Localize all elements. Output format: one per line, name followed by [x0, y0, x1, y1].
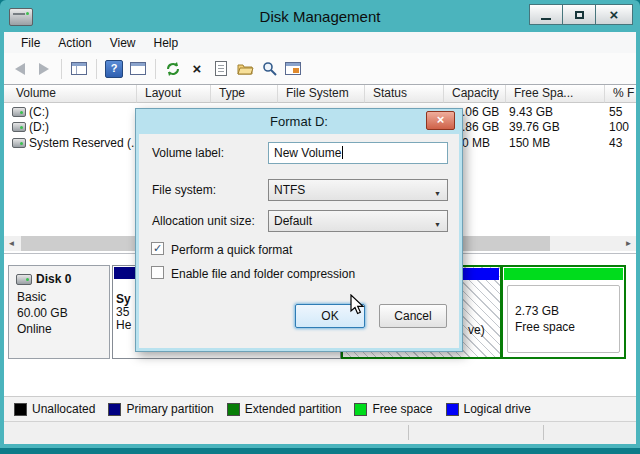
partition-text-fragment: He — [116, 318, 131, 332]
quick-format-checkbox[interactable]: ✓ — [151, 242, 164, 255]
dialog-title: Format D: — [136, 109, 462, 134]
open-folder-icon[interactable] — [236, 60, 254, 78]
volume-capacity: .06 GB — [462, 104, 499, 120]
mouse-cursor — [350, 294, 370, 316]
titlebar[interactable]: Disk Management × — [0, 0, 640, 32]
column-header-percent-free[interactable]: % F — [605, 85, 636, 103]
window-controls: × — [530, 4, 633, 25]
forward-icon[interactable] — [35, 60, 53, 78]
scroll-right-icon[interactable]: ► — [621, 236, 636, 251]
scroll-left-icon[interactable]: ◄ — [4, 236, 19, 251]
partition-text-fragment: ve) — [468, 323, 485, 337]
volume-label-input[interactable]: New Volume — [268, 142, 448, 164]
close-button[interactable]: × — [595, 4, 633, 25]
status-divider — [408, 425, 409, 440]
disk-status: Online — [17, 322, 52, 336]
dialog-close-button[interactable]: × — [426, 111, 455, 130]
refresh-icon[interactable] — [164, 60, 182, 78]
toolbar: ? × — [4, 53, 636, 85]
legend-item: Unallocated — [14, 402, 95, 416]
disk-type: Basic — [17, 290, 46, 304]
legend-label: Primary partition — [126, 402, 213, 416]
column-header-volume[interactable]: Volume — [4, 85, 137, 103]
toolbar-separator — [61, 59, 62, 79]
status-divider — [543, 425, 544, 440]
free-space-label: Free space — [515, 320, 575, 334]
back-icon[interactable] — [11, 60, 29, 78]
volume-free-space: 150 MB — [509, 135, 550, 151]
cancel-button[interactable]: Cancel — [379, 304, 447, 328]
help-icon[interactable]: ? — [105, 60, 123, 78]
file-system-select[interactable]: NTFS ▼ — [268, 179, 448, 201]
volume-drive-icon — [12, 107, 26, 117]
column-header-type[interactable]: Type — [211, 85, 278, 103]
status-bar — [4, 421, 636, 444]
volume-percent-free: 43 — [609, 135, 622, 151]
close-icon: × — [437, 112, 445, 127]
menu-action[interactable]: Action — [49, 36, 100, 50]
allocation-unit-select[interactable]: Default ▼ — [268, 210, 448, 232]
chevron-down-icon: ▼ — [434, 215, 441, 235]
disk-name: Disk 0 — [36, 272, 71, 286]
volume-label-label: Volume label: — [152, 146, 224, 160]
quick-format-label: Perform a quick format — [171, 243, 292, 257]
legend-label: Extended partition — [245, 402, 342, 416]
volume-name: (C:) — [29, 104, 49, 120]
disk-size: 60.00 GB — [17, 306, 68, 320]
volume-drive-icon — [12, 122, 26, 132]
legend-swatch-freespace — [354, 403, 367, 416]
legend-label: Free space — [372, 402, 432, 416]
volume-capacity: .86 GB — [462, 119, 499, 135]
maximize-button[interactable] — [562, 4, 596, 25]
free-space-bar — [504, 268, 623, 280]
legend-label: Logical drive — [464, 402, 531, 416]
chevron-down-icon: ▼ — [434, 184, 441, 204]
minimize-button[interactable] — [529, 4, 563, 25]
minimize-icon — [541, 18, 551, 20]
volume-free-space: 9.43 GB — [509, 104, 553, 120]
free-space-size: 2.73 GB — [515, 304, 559, 318]
allocation-unit-value: Default — [274, 214, 312, 228]
menu-file[interactable]: File — [12, 36, 49, 50]
legend-swatch-logical — [446, 403, 459, 416]
compression-label: Enable file and folder compression — [171, 267, 355, 281]
dialog-body: Volume label: New Volume File system: NT… — [139, 134, 459, 348]
disk-drive-icon — [9, 8, 33, 26]
allocation-unit-label: Allocation unit size: — [152, 214, 255, 228]
menu-help[interactable]: Help — [145, 36, 188, 50]
column-header-filesystem[interactable]: File System — [278, 85, 365, 103]
search-icon[interactable] — [260, 60, 278, 78]
volume-free-space: 39.76 GB — [509, 119, 560, 135]
menubar: File Action View Help — [4, 32, 636, 53]
close-icon: × — [610, 6, 619, 23]
legend-item: Extended partition — [227, 402, 342, 416]
menu-view[interactable]: View — [101, 36, 145, 50]
legend-swatch-unallocated — [14, 403, 27, 416]
console-tree-icon[interactable] — [70, 60, 88, 78]
volume-name: System Reserved (... — [29, 135, 141, 151]
back-arrow-icon — [15, 63, 25, 75]
column-header-layout[interactable]: Layout — [137, 85, 211, 103]
compression-checkbox[interactable] — [151, 266, 164, 279]
column-header-capacity[interactable]: Capacity — [444, 85, 506, 103]
check-icon: ✓ — [153, 242, 162, 254]
file-system-label: File system: — [152, 183, 216, 197]
properties-icon[interactable] — [212, 60, 230, 78]
legend-bar: Unallocated Primary partition Extended p… — [4, 396, 636, 421]
format-dialog: Format D: × Volume label: New Volume Fil… — [135, 108, 463, 352]
forward-arrow-icon — [39, 63, 49, 75]
delete-icon[interactable]: × — [188, 60, 206, 78]
column-header-status[interactable]: Status — [365, 85, 444, 103]
toolbar-separator — [96, 59, 97, 79]
disk0-header[interactable]: Disk 0 Basic 60.00 GB Online — [8, 265, 110, 359]
volume-name: (D:) — [29, 119, 49, 135]
partition-free-space[interactable]: 2.73 GB Free space — [503, 267, 624, 357]
column-header-freespace[interactable]: Free Spa... — [506, 85, 605, 103]
text-caret — [342, 146, 343, 159]
action-pane-icon[interactable] — [129, 60, 147, 78]
snap-in-icon[interactable] — [284, 60, 302, 78]
legend-item: Logical drive — [446, 402, 531, 416]
partition-text-fragment: Sy — [116, 292, 131, 306]
file-system-value: NTFS — [274, 183, 305, 197]
free-space-label-box: 2.73 GB Free space — [507, 285, 620, 353]
